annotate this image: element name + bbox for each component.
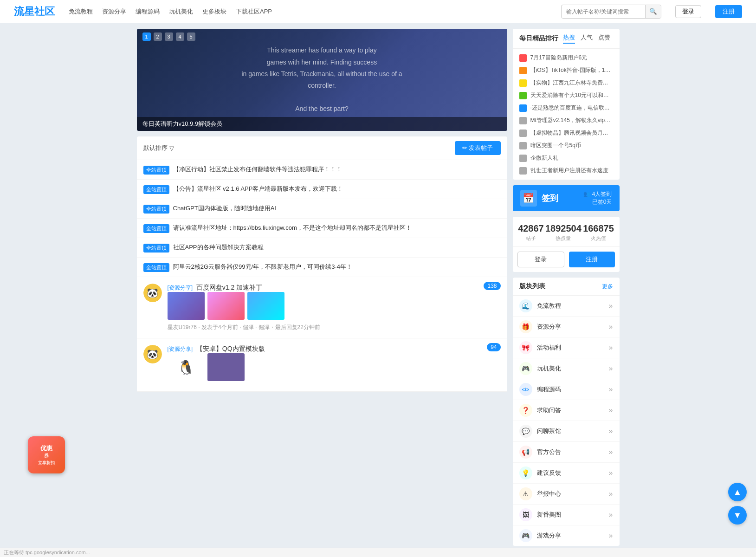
post-full-title-1[interactable]: 【安卓】QQ内置模块版 (196, 345, 265, 352)
post-button[interactable]: ✏ 发表帖子 (455, 141, 501, 155)
rank-text-5: Mt管理器v2.145，解锁永久vip版，... (530, 117, 613, 124)
banner-dot-4[interactable]: 4 (176, 32, 184, 41)
rank-text-0: 7月17冒险岛新用户6元 (530, 54, 613, 62)
pinned-post-5: 全站置顶 阿里云2核2G云服务器仅99元/年，不限新老用户，可同价续3-4年！ (137, 258, 507, 277)
rank-item-5[interactable]: Mt管理器v2.145，解锁永久vip版，... (513, 114, 620, 127)
nav-下载APP[interactable]: 下载社区APP (236, 7, 272, 16)
rank-text-8: 企微新人礼 (530, 154, 613, 162)
register-button[interactable]: 注册 (715, 5, 742, 18)
post-images-1: 🐧 (168, 353, 501, 381)
post-title-4[interactable]: 社区APP的各种问题解决方案教程 (173, 243, 264, 252)
post-thumb-0-2[interactable] (247, 292, 284, 320)
search-bar: 🔍 (561, 5, 661, 19)
site-title[interactable]: 流星社区 (14, 5, 55, 19)
rank-tab-hot[interactable]: 热搜 (563, 33, 575, 44)
signin-left: 📅 签到 (520, 190, 558, 207)
board-item-6[interactable]: 💬 闲聊茶馆 » (513, 421, 620, 442)
reply-count-0: 138 (484, 282, 500, 290)
banner-dot-2[interactable]: 2 (154, 32, 162, 41)
rank-tab-like[interactable]: 点赞 (598, 33, 610, 44)
stats-register-button[interactable]: 注册 (569, 252, 615, 267)
board-item-11[interactable]: 🎮 游戏分享 » (513, 525, 620, 546)
board-name-6: 闲聊茶馆 (537, 427, 604, 435)
post-thumb-0-1[interactable] (207, 292, 245, 320)
login-button[interactable]: 登录 (675, 5, 701, 18)
post-title-1[interactable]: 【公告】流星社区 v2.1.6 APP客户端最新版本发布，欢迎下载！ (173, 184, 343, 194)
post-thumb-0-0[interactable] (168, 292, 205, 320)
search-button[interactable]: 🔍 (645, 5, 661, 18)
post-thumb-1-1[interactable] (207, 353, 245, 381)
post-thumb-1-0[interactable]: 🐧 (168, 353, 205, 381)
stat-hot-label: 热点量 (545, 235, 582, 242)
signin-card[interactable]: 📅 签到 👥 4人签到 已签0天 (513, 185, 620, 211)
rank-tab-popular[interactable]: 人气 (581, 33, 593, 44)
rank-icon-5 (519, 117, 527, 124)
rank-icon-8 (519, 155, 527, 162)
post-full-title-0[interactable]: 百度网盘v1.2 加速补丁 (196, 284, 262, 291)
rank-item-1[interactable]: 【iOS】TikTok抖音-国际版，19日更... (513, 64, 620, 77)
post-title-0[interactable]: 【净区行动】社区禁止发布任何翻墙软件等违法犯罪程序！！！ (173, 165, 342, 174)
board-item-3[interactable]: 🎮 玩机美化 » (513, 358, 620, 379)
rank-item-3[interactable]: 天天爱消除有个大10元可以和注册... (513, 89, 620, 102)
board-item-7[interactable]: 📢 官方公告 » (513, 442, 620, 463)
banner-dot-1[interactable]: 1 (142, 32, 151, 41)
post-category-0[interactable]: [资源分享] (168, 285, 193, 291)
rank-item-7[interactable]: 暗区突围一个号5q币 (513, 139, 620, 152)
search-input[interactable] (562, 8, 645, 15)
board-header: 版块列表 更多 (513, 278, 620, 296)
board-name-2: 活动福利 (537, 343, 604, 352)
banner-dot-3[interactable]: 3 (165, 32, 173, 41)
post-meta-0: 星友U19r76 · 发表于4个月前 · 倔泽 · 倔泽・最后回复22分钟前 (168, 324, 501, 331)
banner-dots: 1 2 3 4 5 (142, 32, 195, 41)
board-more-link[interactable]: 更多 (602, 283, 613, 291)
nav-玩机美化[interactable]: 玩机美化 (169, 7, 193, 16)
board-item-2[interactable]: 🎀 活动福利 » (513, 337, 620, 358)
rank-item-8[interactable]: 企微新人礼 (513, 152, 620, 164)
rank-item-6[interactable]: 【虚拟物品】腾讯视频会员月卡（非... (513, 127, 620, 139)
post-title-2[interactable]: ChatGPT国内体验版，随时随地使用AI (173, 204, 276, 213)
board-item-4[interactable]: </> 编程源码 » (513, 379, 620, 400)
board-arrow-7: » (609, 448, 613, 456)
sort-icon: ▽ (169, 145, 174, 152)
post-category-1[interactable]: [资源分享] (168, 346, 193, 352)
banner-image[interactable]: 1 2 3 4 5 This streamer has found a way … (137, 29, 507, 131)
nav-编程源码[interactable]: 编程源码 (136, 7, 160, 16)
board-icon-2: 🎀 (519, 341, 532, 354)
board-item-0[interactable]: 🌊 免流教程 » (513, 296, 620, 317)
board-arrow-1: » (609, 323, 613, 331)
nav-资源分享[interactable]: 资源分享 (102, 7, 126, 16)
rank-icon-2 (519, 79, 527, 87)
rank-item-9[interactable]: 乱世王者新用户注册还有水速度 (513, 164, 620, 177)
post-title-5[interactable]: 阿里云2核2G云服务器仅99元/年，不限新老用户，可同价续3-4年！ (173, 262, 352, 272)
board-icon-3: 🎮 (519, 362, 532, 375)
board-item-9[interactable]: ⚠ 举报中心 » (513, 484, 620, 505)
rank-item-4[interactable]: ·还是熟悉的百度直连，电信联通都可... (513, 102, 620, 114)
board-name-8: 建议反馈 (537, 469, 604, 477)
nav-更多板块[interactable]: 更多板块 (202, 7, 226, 16)
banner-dot-5[interactable]: 5 (187, 32, 195, 41)
scroll-down-button[interactable]: ▼ (728, 506, 747, 525)
rank-item-0[interactable]: 7月17冒险岛新用户6元 (513, 52, 620, 64)
rank-text-6: 【虚拟物品】腾讯视频会员月卡（非... (530, 129, 613, 137)
left-column: 1 2 3 4 5 This streamer has found a way … (137, 29, 507, 551)
coupon-button[interactable]: 优惠 券 立享折扣 (28, 436, 65, 473)
post-title-3[interactable]: 请认准流星社区地址：https://bbs.liuxingw.com，不是这个地… (173, 223, 412, 233)
board-item-10[interactable]: 🖼 新番美图 » (513, 505, 620, 525)
sort-label[interactable]: 默认排序 ▽ (143, 144, 174, 152)
pinned-post-2: 全站置顶 ChatGPT国内体验版，随时随地使用AI (137, 199, 507, 219)
board-item-1[interactable]: 🎁 资源分享 » (513, 317, 620, 337)
board-arrow-6: » (609, 427, 613, 435)
board-arrow-10: » (609, 511, 613, 519)
board-item-8[interactable]: 💡 建议反馈 » (513, 463, 620, 484)
scroll-up-button[interactable]: ▲ (728, 483, 747, 501)
stats-login-button[interactable]: 登录 (517, 252, 564, 267)
rank-icon-3 (519, 92, 527, 99)
daily-rank-card: 每日精品排行 热搜 人气 点赞 7月17冒险岛新用户6元 【iOS】TikTok… (513, 29, 620, 180)
tag-badge-1: 全站置顶 (143, 185, 169, 194)
rank-icon-6 (519, 130, 527, 137)
reply-count-1: 94 (487, 343, 500, 351)
rank-item-2[interactable]: 【实物】江西九江东林寺免费撸佛教机 (513, 77, 620, 89)
board-item-5[interactable]: ❓ 求助问答 » (513, 400, 620, 421)
nav-免流教程[interactable]: 免流教程 (69, 7, 93, 16)
nav-links: 免流教程 资源分享 编程源码 玩机美化 更多板块 下载社区APP (69, 7, 547, 16)
